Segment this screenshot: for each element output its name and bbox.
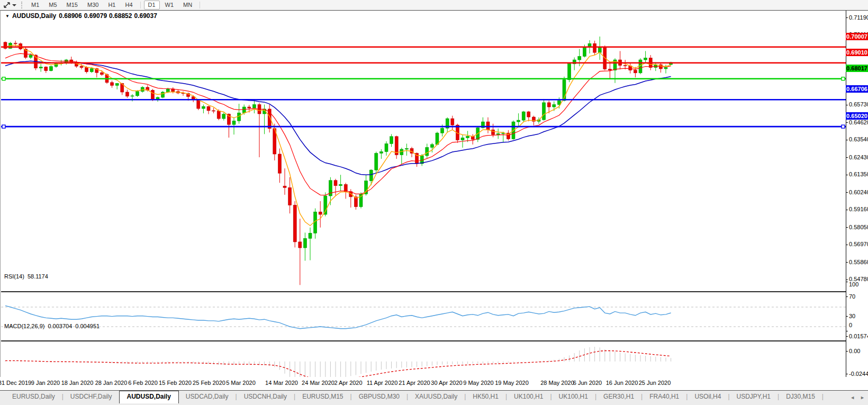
rsi-canvas[interactable] bbox=[1, 292, 846, 340]
symbol-tabbar: EURUSD,Daily|USDCHF,DailyAUDUSD,DailyUSD… bbox=[0, 390, 868, 405]
price-tick bbox=[846, 245, 848, 245]
line-handle[interactable] bbox=[2, 125, 5, 128]
price-tick-label: 0.61350 bbox=[849, 171, 868, 177]
timeframe-button-d1[interactable]: D1 bbox=[144, 1, 160, 10]
price-tick-label: 0.59160 bbox=[849, 206, 868, 212]
tab-usdcad-daily[interactable]: USDCAD,Daily bbox=[179, 391, 236, 403]
date-label: 25 Feb 2020 bbox=[193, 380, 225, 386]
date-label: 16 Jun 2020 bbox=[606, 380, 638, 386]
tab-uk100-h1[interactable]: UK100,H1 bbox=[507, 391, 550, 403]
tab-ger30-h1[interactable]: GER30,H1 bbox=[596, 391, 641, 403]
price-chart-panel[interactable] bbox=[1, 21, 846, 292]
tab-eurusd-daily[interactable]: EURUSD,Daily bbox=[5, 391, 62, 403]
tab-hk50-h1[interactable]: HK50,H1 bbox=[466, 391, 505, 403]
line-handle[interactable] bbox=[842, 77, 845, 80]
macd-label: MACD(12,26,9) 0.003704 0.004951 bbox=[4, 323, 100, 329]
mt4-window: M1M5M15M30H1H4D1W1MN ▼ AUDUSD,Daily 0.68… bbox=[0, 0, 868, 405]
chart-dropdown-icon[interactable]: ▼ bbox=[5, 14, 10, 19]
candles-layer bbox=[4, 37, 673, 285]
price-tick-label: 0.64620 bbox=[849, 119, 868, 125]
macd-signal-line bbox=[5, 351, 671, 380]
tab-uk100-h1[interactable]: UK100,H1 bbox=[552, 391, 595, 403]
macd-tick-label: 0.015741 bbox=[849, 333, 868, 339]
tab-usdcnh-daily[interactable]: USDCNH,Daily bbox=[237, 391, 294, 403]
ma-mid-line bbox=[5, 53, 671, 195]
line-handle[interactable] bbox=[2, 77, 5, 80]
ohlc-open: 0.68906 bbox=[59, 12, 82, 20]
price-tick bbox=[846, 175, 848, 175]
rsi-label: RSI(14)58.1174 bbox=[4, 273, 48, 280]
price-tick bbox=[846, 140, 848, 140]
rsi-panel[interactable] bbox=[1, 292, 846, 341]
tab-dj30-m15[interactable]: DJ30,M15 bbox=[779, 391, 822, 403]
tab-usoil-h4[interactable]: USOil,H4 bbox=[688, 391, 728, 403]
price-tick-label: 0.65730 bbox=[849, 101, 868, 107]
price-level-badge: 0.69010 bbox=[846, 49, 868, 56]
price-tick-label: 0.56970 bbox=[849, 241, 868, 247]
rsi-tick-label: 70 bbox=[849, 293, 855, 300]
macd-tick bbox=[846, 351, 848, 352]
date-label: 15 Feb 2020 bbox=[159, 380, 192, 386]
timeframe-button-h1[interactable]: H1 bbox=[104, 1, 120, 10]
price-tick-label: 0.63540 bbox=[849, 136, 868, 142]
price-tick bbox=[846, 122, 848, 123]
line-handle[interactable] bbox=[842, 125, 845, 128]
price-tick bbox=[846, 157, 848, 158]
tab-scroll-right-button[interactable]: ► bbox=[860, 395, 865, 400]
timeframe-button-m30[interactable]: M30 bbox=[83, 1, 103, 10]
timeframe-button-m15[interactable]: M15 bbox=[62, 1, 82, 10]
macd-value: 0.003704 bbox=[48, 323, 72, 329]
ohlc-high: 0.69079 bbox=[84, 12, 107, 20]
date-label: 6 Jun 2020 bbox=[573, 380, 602, 386]
tab-scroll-left-button[interactable]: ◄ bbox=[850, 395, 855, 400]
macd-tick bbox=[846, 374, 848, 374]
ma-fast-line bbox=[5, 45, 671, 226]
crosshair-arrows-icon[interactable] bbox=[2, 1, 12, 9]
toolbar: M1M5M15M30H1H4D1W1MN bbox=[0, 0, 868, 11]
price-tick-label: 0.62430 bbox=[849, 154, 868, 160]
tab-fra40-h1[interactable]: FRA40,H1 bbox=[643, 391, 686, 403]
price-tick bbox=[846, 17, 848, 18]
tab-audusd-daily[interactable]: AUDUSD,Daily bbox=[119, 391, 179, 403]
date-label: 24 Mar 2020 bbox=[302, 380, 334, 386]
timeframe-button-h4[interactable]: H4 bbox=[121, 1, 137, 10]
macd-signal-value: 0.004951 bbox=[75, 323, 100, 329]
timeframe-button-m1[interactable]: M1 bbox=[27, 1, 43, 10]
candlestick-canvas[interactable] bbox=[1, 21, 846, 291]
price-tick bbox=[846, 192, 848, 193]
date-label: 2 Apr 2020 bbox=[334, 380, 362, 386]
price-tick bbox=[846, 105, 848, 105]
macd-tick bbox=[846, 336, 848, 337]
price-level-badge: 0.70007 bbox=[846, 33, 868, 40]
macd-tick-label: -0.024412 bbox=[849, 371, 868, 377]
ohlc-low: 0.68852 bbox=[109, 12, 132, 20]
timeframe-button-m5[interactable]: M5 bbox=[44, 1, 61, 10]
rsi-tick-label: 100 bbox=[849, 281, 858, 287]
date-label: 31 Dec 2019 bbox=[0, 380, 31, 386]
date-label: 9 May 2020 bbox=[463, 380, 493, 386]
toolbar-grip[interactable] bbox=[21, 2, 22, 8]
price-level-badge: 0.66706 bbox=[846, 85, 868, 93]
tab-gbpusd-m30[interactable]: GBPUSD,M30 bbox=[352, 391, 406, 403]
price-tick-label: 0.60240 bbox=[849, 189, 868, 195]
price-tick bbox=[846, 227, 848, 228]
tab-eurusd-m15[interactable]: EURUSD,M15 bbox=[295, 391, 350, 403]
rsi-line bbox=[5, 305, 671, 329]
timeframe-button-w1[interactable]: W1 bbox=[161, 1, 178, 10]
timeframe-button-mn[interactable]: MN bbox=[179, 1, 196, 10]
tab-usdchf-daily[interactable]: USDCHF,Daily bbox=[64, 391, 119, 403]
rsi-tick bbox=[846, 296, 848, 297]
chart-symbol-label: AUDUSD,Daily bbox=[12, 12, 56, 20]
date-label: 11 Apr 2020 bbox=[367, 380, 398, 386]
chevron-down-icon[interactable] bbox=[12, 4, 16, 6]
tab-xauusd-daily[interactable]: XAUUSD,Daily bbox=[408, 391, 464, 403]
rsi-tick bbox=[846, 331, 848, 331]
time-scale[interactable]: 31 Dec 20199 Jan 202018 Jan 202028 Jan 2… bbox=[0, 377, 868, 390]
tab-usdjpy-h1[interactable]: USDJPY,H1 bbox=[730, 391, 777, 403]
timeframe-buttons: M1M5M15M30H1H4D1W1MN bbox=[26, 1, 203, 10]
date-label: 30 Apr 2020 bbox=[431, 380, 462, 386]
rsi-tick bbox=[846, 282, 848, 282]
rsi-value: 58.1174 bbox=[28, 273, 48, 280]
ohlc-close: 0.69037 bbox=[134, 12, 157, 20]
price-level-badge: 0.65020 bbox=[846, 112, 868, 120]
